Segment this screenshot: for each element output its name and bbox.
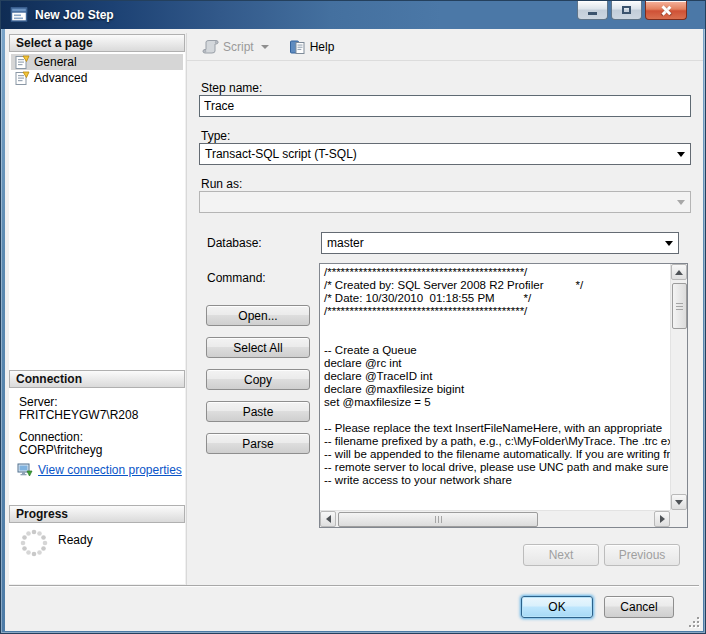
footer-divider	[9, 585, 699, 587]
view-connection-properties-link[interactable]: View connection properties	[38, 463, 182, 477]
script-dropdown-icon	[261, 45, 269, 49]
previous-button-label: Previous	[619, 548, 666, 562]
chevron-down-icon	[677, 200, 685, 205]
copy-button[interactable]: Copy	[206, 369, 310, 390]
close-icon	[661, 5, 672, 16]
next-button: Next	[523, 544, 599, 566]
connection-label: Connection:	[19, 430, 83, 444]
sidebar-item-general[interactable]: General	[11, 54, 183, 70]
resize-grip[interactable]	[686, 614, 699, 627]
ok-button[interactable]: OK	[521, 596, 593, 618]
page-icon	[14, 54, 30, 70]
type-combobox-value: Transact-SQL script (T-SQL)	[205, 147, 357, 161]
type-label: Type:	[201, 129, 230, 143]
dialog-body: Select a page General	[5, 29, 703, 631]
database-combobox[interactable]: master	[321, 232, 679, 254]
scrollbar-corner	[670, 510, 687, 527]
cancel-button[interactable]: Cancel	[604, 596, 674, 618]
connection-pane: Server: FRITCHEYGW7\R208 Connection: COR…	[9, 388, 185, 505]
help-button[interactable]: Help	[284, 37, 340, 57]
progress-header: Progress	[9, 505, 185, 523]
close-button[interactable]	[645, 1, 687, 20]
sidebar-item-label: General	[34, 55, 77, 69]
connection-properties-icon	[17, 462, 33, 478]
minimize-icon	[588, 12, 597, 15]
page-icon	[14, 70, 30, 86]
progress-pane: Ready	[9, 523, 185, 584]
scroll-left-button[interactable]	[320, 511, 336, 527]
run-as-label: Run as:	[201, 177, 242, 191]
step-name-input[interactable]	[199, 95, 691, 117]
copy-button-label: Copy	[244, 373, 272, 387]
horizontal-scroll-thumb[interactable]	[338, 512, 538, 527]
page-list: General Advanced	[9, 52, 185, 370]
select-all-button-label: Select All	[233, 341, 282, 355]
panel-divider	[186, 33, 187, 585]
script-button: Script	[197, 37, 274, 57]
new-job-step-dialog: New Job Step Select a page General	[0, 0, 706, 634]
parse-button-label: Parse	[242, 437, 273, 451]
help-icon	[289, 39, 306, 55]
open-button-label: Open...	[238, 309, 277, 323]
connection-value: CORP\fritcheyg	[19, 443, 102, 457]
window-title: New Job Step	[35, 8, 114, 22]
arrow-left-icon	[326, 515, 331, 523]
database-label: Database:	[207, 236, 262, 250]
maximize-button[interactable]	[611, 1, 642, 20]
sidebar-item-label: Advanced	[34, 71, 87, 85]
select-all-button[interactable]: Select All	[206, 337, 310, 358]
chevron-down-icon	[665, 241, 673, 246]
help-button-label: Help	[310, 40, 335, 54]
chevron-down-icon	[677, 152, 685, 157]
script-button-label: Script	[223, 40, 254, 54]
script-icon	[202, 39, 219, 55]
horizontal-scrollbar[interactable]	[320, 510, 670, 527]
ok-button-label: OK	[548, 600, 565, 614]
maximize-icon	[622, 6, 631, 14]
scroll-down-button[interactable]	[671, 494, 687, 510]
progress-status: Ready	[58, 533, 93, 547]
database-combobox-value: master	[327, 236, 364, 250]
server-label: Server:	[19, 395, 58, 409]
vertical-scroll-thumb[interactable]	[672, 283, 687, 329]
titlebar[interactable]: New Job Step	[1, 1, 705, 29]
scroll-right-button[interactable]	[654, 511, 670, 527]
scroll-up-button[interactable]	[671, 264, 687, 280]
command-textbox[interactable]: /***************************************…	[319, 263, 688, 528]
arrow-right-icon	[660, 515, 665, 523]
cancel-button-label: Cancel	[620, 600, 657, 614]
paste-button-label: Paste	[243, 405, 274, 419]
select-a-page-header: Select a page	[9, 34, 185, 52]
toolbar: Script Help	[187, 33, 703, 61]
arrow-up-icon	[675, 270, 683, 275]
previous-button: Previous	[604, 544, 680, 566]
parse-button[interactable]: Parse	[206, 433, 310, 454]
step-name-label: Step name:	[201, 81, 262, 95]
progress-spinner-icon	[19, 528, 49, 558]
vertical-scrollbar[interactable]	[670, 264, 687, 510]
next-button-label: Next	[549, 548, 574, 562]
connection-header: Connection	[9, 370, 185, 388]
command-label: Command:	[207, 271, 266, 285]
dialog-icon	[10, 6, 28, 24]
arrow-down-icon	[675, 500, 683, 505]
server-value: FRITCHEYGW7\R208	[19, 408, 138, 422]
open-button[interactable]: Open...	[206, 305, 310, 326]
paste-button[interactable]: Paste	[206, 401, 310, 422]
minimize-button[interactable]	[577, 1, 608, 20]
type-combobox[interactable]: Transact-SQL script (T-SQL)	[199, 143, 691, 165]
command-text[interactable]: /***************************************…	[320, 264, 670, 510]
run-as-combobox	[199, 191, 691, 213]
sidebar-item-advanced[interactable]: Advanced	[11, 70, 183, 86]
